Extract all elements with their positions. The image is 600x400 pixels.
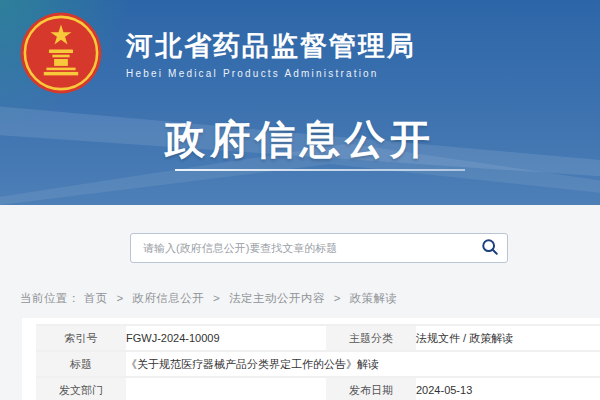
index-number-value: FGWJ-2024-10009	[126, 325, 326, 351]
search-button[interactable]	[473, 234, 507, 262]
title-underline	[175, 169, 465, 171]
hero-banner: 河北省药品监督管理局 Hebei Medical Products Admini…	[0, 0, 600, 205]
title-value: 《关于规范医疗器械产品分类界定工作的公告》解读	[126, 351, 600, 377]
breadcrumb-item-gov-info[interactable]: 政府信息公开	[132, 292, 204, 304]
index-number-label: 索引号	[36, 325, 126, 351]
document-info-card: 索引号 FGWJ-2024-10009 主题分类 法规文件 / 政策解读 标题 …	[22, 318, 600, 400]
publish-date-value: 2024-05-13	[416, 377, 600, 400]
table-row: 索引号 FGWJ-2024-10009 主题分类 法规文件 / 政策解读	[36, 325, 600, 351]
issuing-department-label: 发文部门	[36, 377, 126, 400]
breadcrumb-item-statutory-disclosure[interactable]: 法定主动公开内容	[229, 292, 325, 304]
search-box	[130, 233, 508, 263]
table-row: 标题 《关于规范医疗器械产品分类界定工作的公告》解读	[36, 351, 600, 377]
national-emblem-icon	[18, 10, 104, 100]
topic-category-value: 法规文件 / 政策解读	[416, 325, 600, 351]
breadcrumb-separator: >	[213, 292, 220, 304]
page-title: 政府信息公开	[0, 112, 600, 167]
breadcrumb: 当前位置： 首页 > 政府信息公开 > 法定主动公开内容 > 政策解读	[20, 291, 398, 306]
breadcrumb-separator: >	[116, 292, 123, 304]
search-icon	[481, 238, 499, 259]
breadcrumb-separator: >	[334, 292, 341, 304]
issuing-department-value	[126, 377, 326, 400]
breadcrumb-item-home[interactable]: 首页	[84, 292, 108, 304]
site-logo[interactable]: 河北省药品监督管理局 Hebei Medical Products Admini…	[18, 10, 416, 100]
publish-date-label: 发布日期	[326, 377, 416, 400]
topic-category-label: 主题分类	[326, 325, 416, 351]
table-row: 发文部门 发布日期 2024-05-13	[36, 377, 600, 400]
title-label: 标题	[36, 351, 126, 377]
document-info-table: 索引号 FGWJ-2024-10009 主题分类 法规文件 / 政策解读 标题 …	[36, 324, 600, 400]
org-name-en: Hebei Medical Products Administration	[126, 68, 416, 79]
search-input[interactable]	[131, 242, 473, 254]
breadcrumb-prefix: 当前位置：	[20, 292, 80, 304]
org-name-cn: 河北省药品监督管理局	[126, 31, 416, 61]
breadcrumb-item-policy-interpretation[interactable]: 政策解读	[350, 292, 398, 304]
